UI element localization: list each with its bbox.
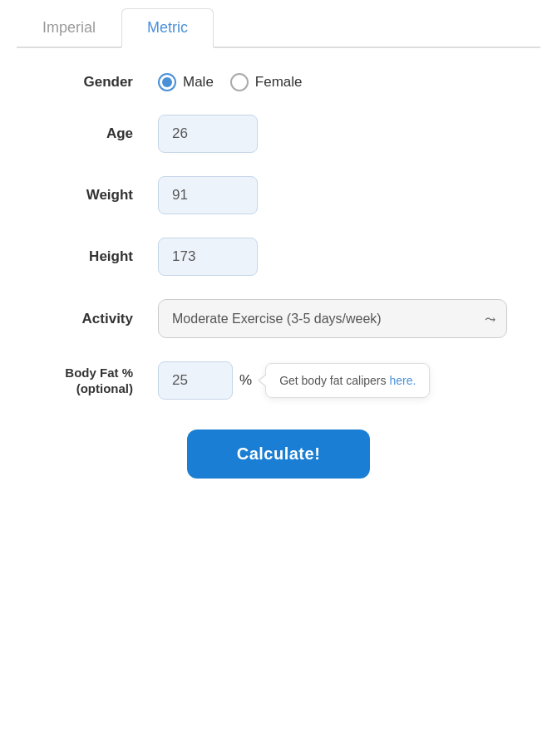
age-row: Age xyxy=(17,115,540,153)
calculate-row: Calculate! xyxy=(17,430,540,479)
activity-select[interactable]: Sedentary (little or no exercise) Light … xyxy=(158,299,507,338)
gender-male-option[interactable]: Male xyxy=(158,73,214,91)
activity-row: Activity Sedentary (little or no exercis… xyxy=(17,299,540,338)
tab-bar: Imperial Metric xyxy=(17,8,540,48)
height-input[interactable] xyxy=(158,238,258,276)
gender-male-label: Male xyxy=(183,74,214,91)
gender-label: Gender xyxy=(25,74,158,91)
body-fat-input[interactable] xyxy=(158,361,233,400)
tooltip-link[interactable]: here. xyxy=(389,374,416,387)
height-label: Height xyxy=(25,248,158,265)
calculate-button[interactable]: Calculate! xyxy=(187,430,371,479)
percent-symbol: % xyxy=(239,372,252,389)
tab-metric[interactable]: Metric xyxy=(121,8,214,48)
age-input[interactable] xyxy=(158,115,258,153)
activity-label: Activity xyxy=(25,311,158,327)
gender-female-radio[interactable] xyxy=(230,73,249,91)
tab-imperial[interactable]: Imperial xyxy=(17,8,121,47)
weight-input[interactable] xyxy=(158,176,258,214)
body-fat-label: Body Fat % (optional) xyxy=(25,365,158,397)
gender-female-option[interactable]: Female xyxy=(230,73,303,91)
gender-radio-group: Male Female xyxy=(158,73,303,91)
height-row: Height xyxy=(17,238,540,276)
body-fat-row: Body Fat % (optional) % Get body fat cal… xyxy=(17,361,540,400)
calculator-container: Imperial Metric Gender Male Female Age W… xyxy=(0,8,557,756)
body-fat-input-group: % xyxy=(158,361,252,400)
age-label: Age xyxy=(25,125,158,142)
weight-row: Weight xyxy=(17,176,540,214)
gender-male-radio[interactable] xyxy=(158,73,176,91)
tooltip-text: Get body fat calipers xyxy=(279,374,389,387)
gender-female-label: Female xyxy=(255,74,303,91)
weight-label: Weight xyxy=(25,187,158,204)
body-fat-tooltip: Get body fat calipers here. xyxy=(265,363,430,398)
activity-select-wrapper: Sedentary (little or no exercise) Light … xyxy=(158,299,507,338)
gender-row: Gender Male Female xyxy=(17,73,540,91)
